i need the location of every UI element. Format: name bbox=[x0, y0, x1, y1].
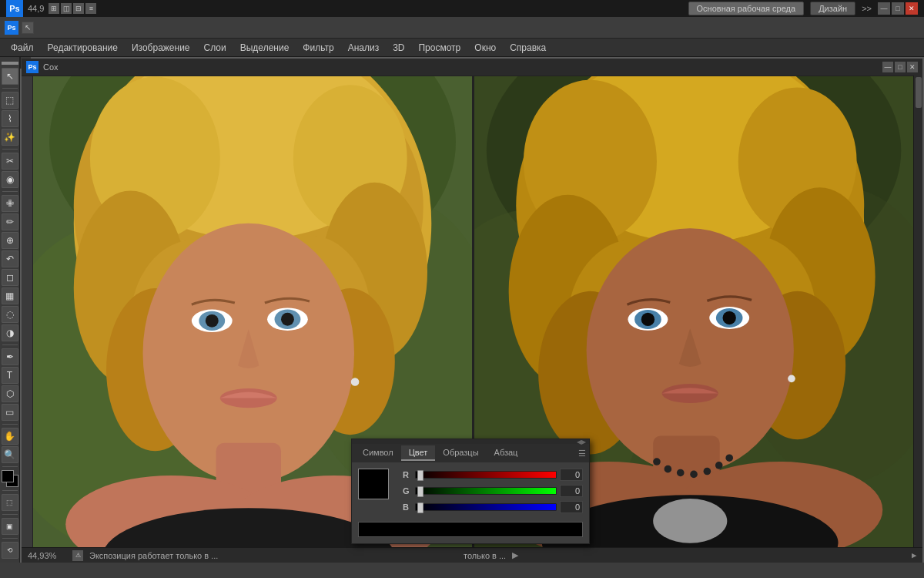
tool-eraser[interactable]: ◻ bbox=[2, 269, 18, 286]
workspace-primary-btn[interactable]: Основная рабочая среда bbox=[688, 2, 805, 15]
menu-3d[interactable]: 3D bbox=[387, 41, 410, 55]
tool-brush[interactable]: ✏ bbox=[2, 213, 18, 230]
collapse-arrows[interactable]: ◀▶ bbox=[577, 439, 586, 445]
menu-layers[interactable]: Слои bbox=[198, 41, 233, 55]
tool-clone[interactable]: ⊕ bbox=[2, 232, 18, 249]
workspace-arrows[interactable]: >> bbox=[862, 4, 872, 13]
tool-zoom[interactable]: 🔍 bbox=[2, 446, 18, 463]
svg-point-52 bbox=[722, 311, 735, 324]
toolbar-top-sep bbox=[2, 62, 18, 65]
foreground-color[interactable] bbox=[2, 470, 14, 482]
tool-heal[interactable]: ✙ bbox=[2, 195, 18, 212]
tool-history[interactable]: ↶ bbox=[2, 250, 18, 267]
panel-color-swatch[interactable] bbox=[358, 469, 389, 499]
doc-titlebar-controls: — □ ✕ bbox=[882, 62, 918, 72]
panel-tab-color[interactable]: Цвет bbox=[401, 445, 436, 461]
panel-menu-icon[interactable]: ☰ bbox=[578, 449, 586, 459]
title-btn-4[interactable]: ≡ bbox=[85, 3, 96, 14]
blue-value[interactable] bbox=[560, 501, 583, 513]
sliders-area: R G bbox=[403, 469, 583, 517]
panel-tab-paragraph[interactable]: Абзац bbox=[487, 445, 526, 461]
title-bar: Ps 44,9 ⊞ ◫ ⊟ ≡ Основная рабочая среда Д… bbox=[0, 0, 924, 17]
blue-slider-thumb[interactable] bbox=[417, 502, 424, 513]
tool-sep-7 bbox=[2, 490, 18, 491]
title-btn-3[interactable]: ⊟ bbox=[73, 3, 84, 14]
red-row: R bbox=[403, 469, 583, 481]
doc-close[interactable]: ✕ bbox=[907, 62, 918, 72]
tool-pen[interactable]: ✒ bbox=[2, 348, 18, 365]
svg-point-62 bbox=[690, 471, 698, 479]
tool-dodge[interactable]: ◑ bbox=[2, 324, 18, 341]
panel-tab-symbol[interactable]: Символ bbox=[355, 445, 401, 461]
menu-window[interactable]: Окно bbox=[468, 41, 502, 55]
red-slider-thumb[interactable] bbox=[417, 470, 424, 481]
svg-point-61 bbox=[677, 469, 685, 477]
doc-restore[interactable]: □ bbox=[895, 62, 906, 72]
red-label: R bbox=[403, 470, 412, 479]
tool-sep-9 bbox=[2, 538, 18, 539]
tool-crop[interactable]: ✂ bbox=[2, 153, 18, 170]
svg-point-57 bbox=[653, 499, 727, 543]
menu-filter[interactable]: Фильтр bbox=[296, 41, 340, 55]
blue-row: B bbox=[403, 501, 583, 513]
doc-minimize[interactable]: — bbox=[882, 62, 893, 72]
tool-shape[interactable]: ▭ bbox=[2, 404, 18, 421]
svg-point-49 bbox=[641, 313, 654, 326]
left-toolbar: ↖ ⬚ ⌇ ✨ ✂ ◉ ✙ ✏ ⊕ ↶ ◻ ▦ ◌ ◑ ✒ T ⬡ ▭ ✋ 🔍 … bbox=[0, 57, 20, 563]
green-row: G bbox=[403, 485, 583, 497]
options-tool-icon[interactable]: ↖ bbox=[22, 22, 34, 34]
title-btn-1[interactable]: ⊞ bbox=[49, 3, 59, 14]
red-slider-track[interactable] bbox=[415, 471, 557, 479]
menu-view[interactable]: Просмотр bbox=[412, 41, 467, 55]
green-value[interactable] bbox=[560, 485, 583, 497]
menu-file[interactable]: Файл bbox=[5, 41, 40, 55]
color-swatch[interactable] bbox=[2, 470, 18, 487]
green-slider-track[interactable] bbox=[415, 487, 557, 495]
menu-analyze[interactable]: Анализ bbox=[342, 41, 386, 55]
tool-sep-5 bbox=[2, 424, 18, 425]
options-bar: Ps ↖ bbox=[0, 17, 924, 39]
tool-sep-2 bbox=[2, 149, 18, 150]
blue-label: B bbox=[403, 502, 412, 512]
tool-selection[interactable]: ⬚ bbox=[2, 92, 18, 109]
tool-lasso[interactable]: ⌇ bbox=[2, 110, 18, 127]
status-arrow-right[interactable]: ▶ bbox=[512, 550, 518, 560]
tool-move[interactable]: ↖ bbox=[2, 68, 18, 85]
tool-mask[interactable]: ⬚ bbox=[2, 494, 18, 511]
menu-select[interactable]: Выделение bbox=[234, 41, 296, 55]
blue-slider-track[interactable] bbox=[415, 503, 557, 511]
red-value[interactable] bbox=[560, 469, 583, 481]
tool-hand[interactable]: ✋ bbox=[2, 428, 18, 445]
menu-edit[interactable]: Редактирование bbox=[42, 41, 124, 55]
tool-screen[interactable]: ▣ bbox=[2, 518, 18, 535]
panel-body: R G bbox=[352, 462, 589, 543]
panel-tab-samples[interactable]: Образцы bbox=[435, 445, 486, 461]
canvas-area: Ps Cox — □ ✕ bbox=[20, 57, 924, 563]
title-bar-left: Ps 44,9 ⊞ ◫ ⊟ ≡ bbox=[6, 0, 96, 17]
green-slider-thumb[interactable] bbox=[417, 486, 424, 497]
tool-eyedrop[interactable]: ◉ bbox=[2, 171, 18, 188]
tool-blur[interactable]: ◌ bbox=[2, 306, 18, 323]
workspace-secondary-btn[interactable]: Дизайн bbox=[810, 2, 855, 15]
minimize-btn[interactable]: — bbox=[878, 2, 890, 15]
svg-point-63 bbox=[703, 468, 711, 476]
status-zoom: 44,93% bbox=[28, 551, 66, 560]
tool-sep-1 bbox=[2, 88, 18, 89]
tool-sep-3 bbox=[2, 191, 18, 192]
tool-text[interactable]: T bbox=[2, 367, 18, 384]
menu-image[interactable]: Изображение bbox=[126, 41, 196, 55]
tool-path[interactable]: ⬡ bbox=[2, 385, 18, 402]
tool-sep-8 bbox=[2, 514, 18, 515]
output-color-swatch[interactable] bbox=[358, 522, 583, 537]
tool-gradient[interactable]: ▦ bbox=[2, 287, 18, 304]
scrollbar-vertical[interactable] bbox=[913, 76, 922, 563]
tool-rotate[interactable]: ⟲ bbox=[2, 542, 18, 559]
maximize-btn[interactable]: □ bbox=[892, 2, 904, 15]
menu-help[interactable]: Справка bbox=[504, 41, 552, 55]
scroll-thumb-v[interactable] bbox=[916, 77, 922, 108]
tool-wand[interactable]: ✨ bbox=[2, 129, 18, 146]
title-btn-2[interactable]: ◫ bbox=[61, 3, 72, 14]
svg-point-23 bbox=[281, 313, 294, 326]
doc-title: Cox bbox=[43, 62, 59, 72]
close-btn[interactable]: ✕ bbox=[906, 2, 918, 15]
